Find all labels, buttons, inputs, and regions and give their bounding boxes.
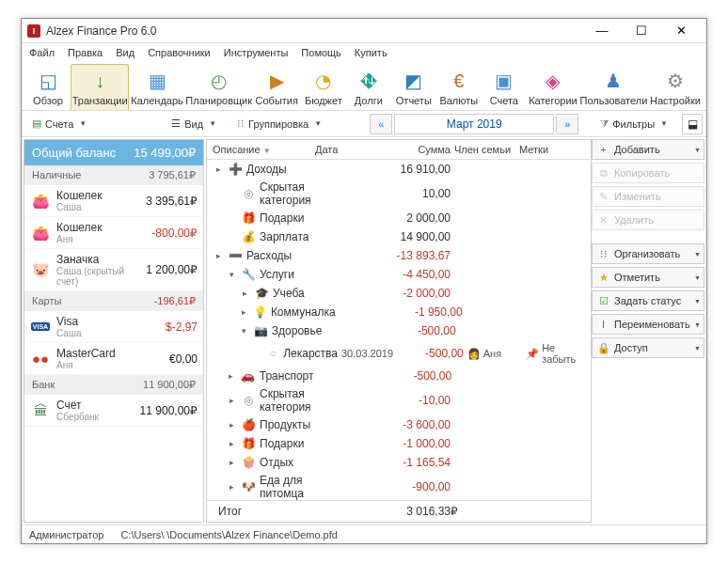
account-icon: 👛 — [30, 193, 51, 210]
col-tags-header[interactable]: Метки — [519, 144, 585, 155]
бюджет-icon: ◔ — [310, 69, 337, 93]
transaction-row[interactable]: ◎Скрытая категория10,00 — [207, 179, 591, 209]
category-icon: 🚗 — [241, 369, 256, 383]
col-date-header[interactable]: Дата — [315, 144, 381, 155]
mark-icon: ★ — [597, 272, 609, 284]
rename-button[interactable]: IПереименовать▼ — [592, 314, 704, 335]
group-dropdown[interactable]: ⁝⁝ Группировка▼ — [230, 114, 328, 134]
menubar: ФайлПравкаВидСправочникиИнструментыПомощ… — [22, 43, 706, 62]
expand-icon[interactable]: ▸ — [226, 458, 237, 467]
счета-icon: ▣ — [491, 69, 517, 93]
menu-файл[interactable]: Файл — [29, 47, 55, 58]
account-icon: 🏛 — [30, 402, 51, 419]
toolbar-календарь[interactable]: ▦Календарь — [129, 64, 184, 110]
transaction-row[interactable]: ○Лекарства30.03.2019-500,00👩Аня📌Не забыт… — [207, 340, 591, 367]
toolbar-долги[interactable]: ⛖Долги — [346, 64, 391, 110]
content-area: Общий баланс15 499,00₽Наличные3 795,61₽👛… — [22, 137, 706, 524]
expand-icon[interactable]: ▸ — [213, 164, 224, 174]
toolbar-транзакции[interactable]: ↓Транзакции — [71, 64, 129, 110]
org-button[interactable]: ⁝⁝Организовать▼ — [592, 243, 704, 264]
maximize-button[interactable]: ☐ — [622, 19, 661, 43]
add-icon: + — [597, 144, 609, 156]
expand-icon[interactable]: ▸ — [226, 396, 237, 405]
toolbar-отчеты[interactable]: ◩Отчеты — [391, 64, 436, 110]
transaction-row[interactable]: 🎁Подарки2 000,00 — [207, 209, 591, 227]
transaction-row[interactable]: ▸➖Расходы-13 893,67 — [207, 246, 591, 265]
transaction-row[interactable]: ▸🎁Подарки-1 000,00 — [207, 434, 591, 453]
access-button[interactable]: 🔒Доступ▼ — [592, 337, 704, 358]
expand-icon[interactable]: ▸ — [239, 289, 250, 298]
expand-icon[interactable]: ▸ — [226, 482, 237, 492]
col-desc-header[interactable]: Описание — [213, 144, 261, 155]
transaction-row[interactable]: ▾📷Здоровье-500,00 — [207, 321, 591, 340]
expand-icon[interactable]: ▸ — [226, 371, 237, 381]
toolbar-события[interactable]: ▶События — [253, 64, 301, 110]
menu-помощь[interactable]: Помощь — [301, 47, 341, 58]
filter-dropdown[interactable]: ⧩ Фильтры▼ — [593, 114, 674, 134]
period-display[interactable]: Март 2019 — [394, 114, 554, 134]
menu-инструменты[interactable]: Инструменты — [224, 47, 289, 58]
transaction-row[interactable]: ▸💡Коммуналка-1 950,00 — [207, 303, 591, 321]
category-icon: 🎓 — [254, 287, 269, 300]
account-item[interactable]: VISAVisaСаша$-2,97 — [24, 311, 203, 343]
grid-header: Описание ▼ Дата Сумма Член семьи Метки — [207, 140, 591, 160]
account-item[interactable]: ●●MasterCardАня€0,00 — [24, 343, 203, 375]
account-item[interactable]: 🏛СчетСбербанк11 900,00₽ — [24, 395, 203, 427]
transaction-row[interactable]: ▸🎓Учеба-2 000,00 — [207, 284, 591, 303]
transaction-row[interactable]: ▸➕Доходы16 910,00 — [207, 160, 591, 179]
transaction-row[interactable]: ▸🐶Еда для питомца-900,00 — [207, 472, 591, 500]
валюты-icon: € — [446, 69, 472, 93]
toolbar-валюты[interactable]: €Валюты — [436, 64, 482, 110]
account-icon: VISA — [30, 319, 51, 336]
обзор-icon: ◱ — [35, 69, 61, 93]
category-icon: ➖ — [228, 249, 243, 262]
account-item[interactable]: 🐷ЗаначкаСаша (скрытый счет)1 200,00₽ — [24, 249, 203, 291]
transaction-row[interactable]: ▸◎Скрытая категория-10,00 — [207, 385, 591, 415]
app-window: I Alzex Finance Pro 6.0 — ☐ ✕ ФайлПравка… — [21, 18, 707, 544]
expand-icon[interactable]: ▸ — [226, 420, 237, 430]
transaction-row[interactable]: ▾🔧Услуги-4 450,00 — [207, 265, 591, 284]
toolbar-пользователи[interactable]: ♟Пользователи — [579, 64, 648, 110]
menu-справочники[interactable]: Справочники — [148, 47, 211, 58]
menu-вид[interactable]: Вид — [116, 47, 135, 58]
transaction-row[interactable]: 💰Зарплата14 900,00 — [207, 227, 591, 246]
transaction-row[interactable]: ▸🍎Продукты-3 600,00 — [207, 415, 591, 434]
toolbar-настройки[interactable]: ⚙Настройки — [648, 64, 703, 110]
toolbar-счета[interactable]: ▣Счета — [482, 64, 527, 110]
toolbar-планировщик[interactable]: ◴Планировщик — [185, 64, 253, 110]
transaction-row[interactable]: ▸🍿Отдых-1 165,54 — [207, 453, 591, 472]
col-sum-header[interactable]: Сумма — [385, 144, 451, 155]
mark-button[interactable]: ★Отметить▼ — [592, 267, 704, 288]
accounts-dropdown[interactable]: ▤ Счета▼ — [25, 114, 93, 134]
next-period-button[interactable]: » — [556, 114, 578, 134]
expand-icon[interactable]: ▾ — [239, 326, 250, 336]
panel-toggle-button[interactable]: ⬓ — [682, 114, 703, 134]
category-icon: 📷 — [254, 324, 268, 337]
dropdown-arrow-icon: ▼ — [694, 274, 701, 281]
expand-icon[interactable]: ▸ — [239, 307, 249, 317]
menu-купить[interactable]: Купить — [355, 47, 388, 58]
edit-button: ✎Изменить — [592, 186, 704, 207]
minimize-button[interactable]: — — [582, 19, 622, 43]
menu-правка[interactable]: Правка — [68, 47, 103, 58]
category-icon: ◎ — [241, 394, 256, 407]
настройки-icon: ⚙ — [662, 69, 688, 93]
expand-icon[interactable]: ▸ — [213, 251, 224, 260]
status-button[interactable]: ☑Задать статус▼ — [592, 290, 704, 311]
expand-icon[interactable]: ▾ — [226, 270, 237, 279]
grid-body: ▸➕Доходы16 910,00◎Скрытая категория10,00… — [207, 160, 591, 500]
add-button[interactable]: +Добавить▼ — [592, 139, 704, 160]
account-item[interactable]: 👛КошелекАня-800,00₽ — [24, 217, 203, 249]
category-icon: 🍎 — [241, 418, 256, 431]
expand-icon[interactable]: ▸ — [226, 439, 237, 448]
transaction-row[interactable]: ▸🚗Транспорт-500,00 — [207, 367, 591, 385]
close-button[interactable]: ✕ — [661, 19, 701, 43]
account-item[interactable]: 👛КошелекСаша3 395,61₽ — [24, 185, 203, 217]
col-member-header[interactable]: Член семьи — [454, 144, 515, 155]
prev-period-button[interactable]: « — [370, 114, 392, 134]
toolbar-категории[interactable]: ◈Категории — [527, 64, 579, 110]
view-dropdown[interactable]: ☰ Вид▼ — [165, 114, 223, 134]
balance-row: Общий баланс15 499,00₽ — [24, 140, 203, 165]
toolbar-обзор[interactable]: ◱Обзор — [25, 64, 71, 110]
toolbar-бюджет[interactable]: ◔Бюджет — [301, 64, 346, 110]
